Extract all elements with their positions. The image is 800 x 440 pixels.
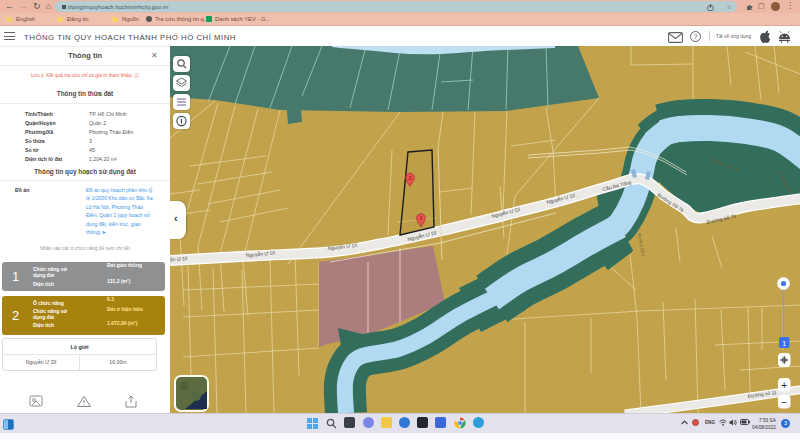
svg-text:1: 1 xyxy=(782,340,786,347)
svg-text:+: + xyxy=(781,380,787,391)
svg-text:2: 2 xyxy=(409,176,412,181)
svg-text:−: − xyxy=(781,397,787,408)
svg-text:1: 1 xyxy=(420,216,423,221)
